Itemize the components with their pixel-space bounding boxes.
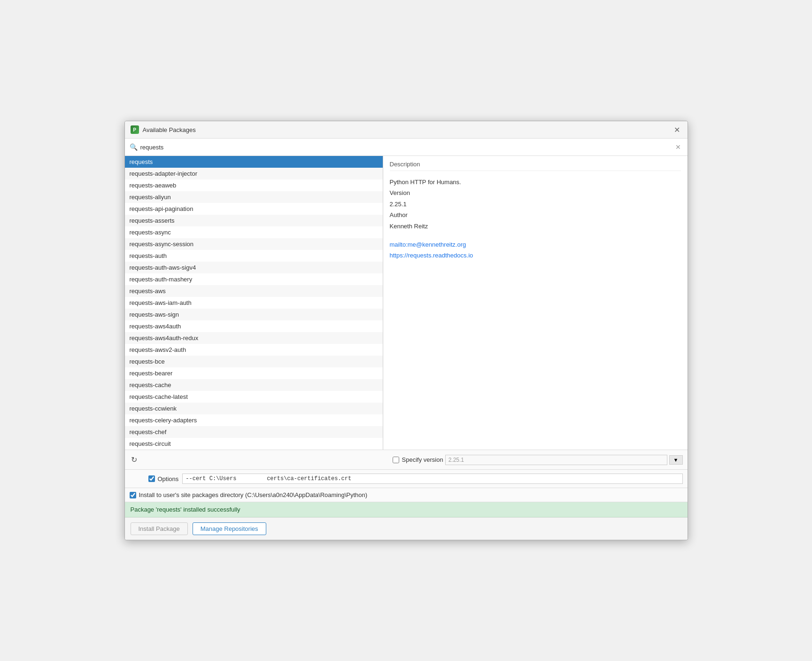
list-item[interactable]: requests-chef xyxy=(125,426,383,438)
specify-version-row: ↻ Specify version ▼ xyxy=(125,450,688,470)
list-item[interactable]: requests-aws4auth xyxy=(125,320,383,332)
specify-version-checkbox-label: Specify version xyxy=(393,456,443,463)
docs-link[interactable]: https://requests.readthedocs.io xyxy=(390,250,681,261)
list-item[interactable]: requests-auth-mashery xyxy=(125,273,383,285)
search-bar: 🔍 ✕ xyxy=(125,139,688,156)
list-item[interactable]: requests-aws-sign xyxy=(125,309,383,320)
list-item[interactable]: requests-aws-iam-auth xyxy=(125,297,383,309)
list-item[interactable]: requests-awsv2-auth xyxy=(125,344,383,356)
install-package-button[interactable]: Install Package xyxy=(131,522,188,535)
list-item[interactable]: requests-aliyun xyxy=(125,191,383,203)
install-to-checkbox-label: Install to user's site packages director… xyxy=(130,491,368,498)
list-item[interactable]: requests-asserts xyxy=(125,215,383,226)
list-item[interactable]: requests-circuit xyxy=(125,438,383,450)
available-packages-dialog: P Available Packages ✕ 🔍 ✕ requestsreque… xyxy=(124,121,688,540)
list-item[interactable]: requests-adapter-injector xyxy=(125,168,383,179)
options-checkbox-label: Options xyxy=(148,475,179,482)
version-dropdown-button[interactable]: ▼ xyxy=(669,455,683,465)
list-item[interactable]: requests-ccwienk xyxy=(125,403,383,414)
list-item[interactable]: requests-async-session xyxy=(125,238,383,250)
success-message: Package 'requests' installed successfull… xyxy=(125,502,688,517)
list-item[interactable]: requests-async xyxy=(125,226,383,238)
options-input[interactable] xyxy=(182,474,682,484)
dialog-title: Available Packages xyxy=(143,126,673,133)
search-clear-button[interactable]: ✕ xyxy=(673,142,683,152)
content-area: requestsrequests-adapter-injectorrequest… xyxy=(125,156,688,450)
app-icon: P xyxy=(131,125,139,134)
list-item[interactable]: requests-auth-aws-sigv4 xyxy=(125,262,383,273)
search-icon: 🔍 xyxy=(130,143,138,151)
specify-version-checkbox[interactable] xyxy=(393,457,399,463)
specify-version-left: ↻ xyxy=(130,454,388,466)
list-item[interactable]: requests xyxy=(125,156,383,168)
options-right: Options xyxy=(148,474,683,484)
list-item[interactable]: requests-auth xyxy=(125,250,383,262)
install-to-checkbox[interactable] xyxy=(130,492,136,498)
install-to-row: Install to user's site packages director… xyxy=(125,488,688,502)
search-input[interactable] xyxy=(140,144,673,151)
list-item[interactable]: requests-aws4auth-redux xyxy=(125,332,383,344)
description-panel: Description Python HTTP for Humans. Vers… xyxy=(383,156,688,450)
refresh-icon[interactable]: ↻ xyxy=(130,454,139,466)
list-item[interactable]: requests-api-pagination xyxy=(125,203,383,215)
version-input[interactable] xyxy=(445,455,667,465)
options-checkbox[interactable] xyxy=(148,475,155,482)
close-button[interactable]: ✕ xyxy=(673,125,682,134)
footer-row: Install Package Manage Repositories xyxy=(125,517,688,540)
manage-repositories-button[interactable]: Manage Repositories xyxy=(193,522,266,535)
title-bar: P Available Packages ✕ xyxy=(125,121,688,139)
list-item[interactable]: requests-aeaweb xyxy=(125,179,383,191)
package-list: requestsrequests-adapter-injectorrequest… xyxy=(125,156,383,450)
specify-version-right: Specify version ▼ xyxy=(393,455,683,465)
email-link[interactable]: mailto:me@kennethreitz.org xyxy=(390,239,681,250)
list-item[interactable]: requests-bce xyxy=(125,356,383,367)
list-item[interactable]: requests-cache-latest xyxy=(125,391,383,403)
description-header: Description xyxy=(390,161,681,171)
list-item[interactable]: requests-celery-adapters xyxy=(125,414,383,426)
options-row: Options xyxy=(125,470,688,488)
description-text: Python HTTP for Humans. Version 2.25.1 A… xyxy=(390,177,681,232)
list-item[interactable]: requests-cache xyxy=(125,379,383,391)
list-item[interactable]: requests-bearer xyxy=(125,367,383,379)
list-item[interactable]: requests-aws xyxy=(125,285,383,297)
